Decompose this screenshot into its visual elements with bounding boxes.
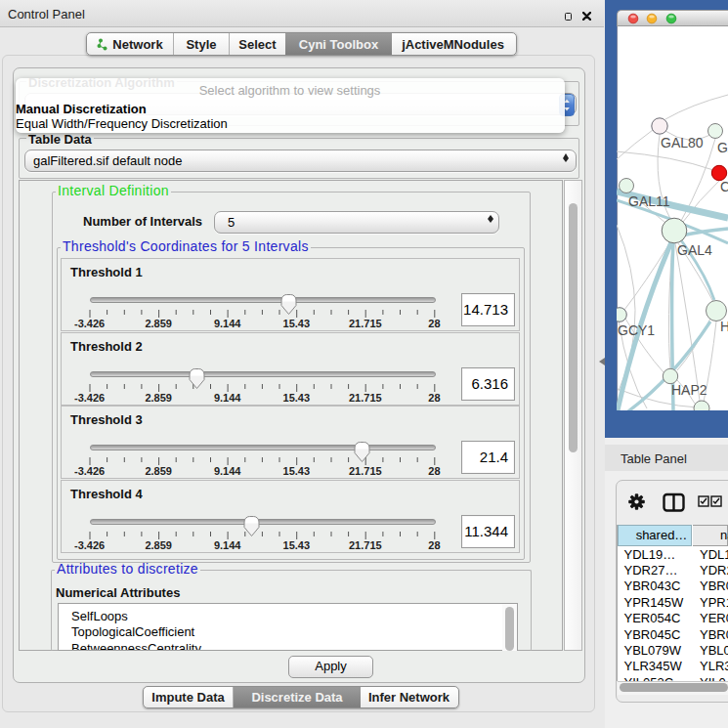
- svg-text:GCY1: GCY1: [618, 322, 655, 338]
- svg-text:HAP2: HAP2: [671, 382, 707, 398]
- svg-text:H: H: [720, 319, 728, 334]
- svg-text:GAL11: GAL11: [628, 193, 670, 209]
- svg-text:GAL4: GAL4: [677, 242, 712, 258]
- svg-text:C: C: [720, 179, 728, 194]
- svg-text:GA: GA: [717, 140, 728, 155]
- svg-text:GAL80: GAL80: [661, 135, 704, 150]
